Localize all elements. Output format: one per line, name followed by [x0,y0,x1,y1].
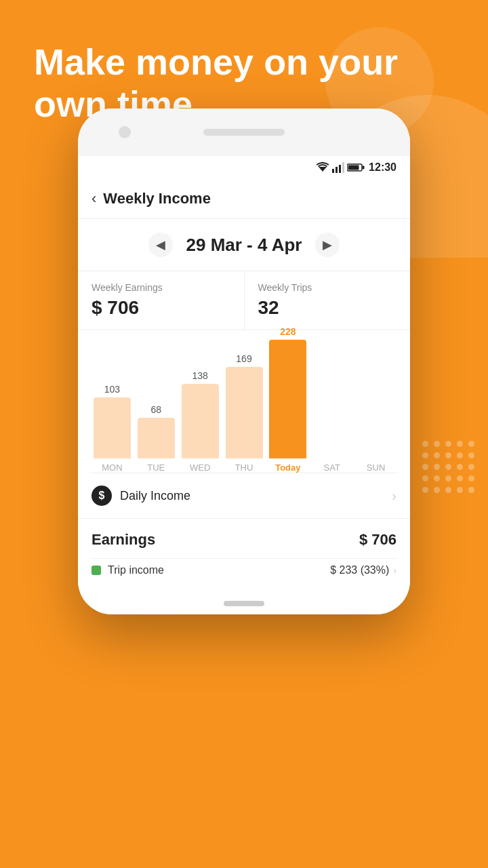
svg-marker-0 [319,167,327,172]
bar-col-mon: 103 MON [92,384,133,473]
phone-speaker [203,129,285,136]
earnings-row-left: Trip income [92,564,164,576]
svg-rect-1 [332,169,334,173]
bar-tue [138,418,175,458]
bar-chart: 103 MON 68 TUE 138 [78,337,410,473]
bar-value-mon: 103 [104,384,120,395]
prev-date-button[interactable]: ◀ [148,233,173,257]
bar-label-tue: TUE [147,462,165,473]
phone-frame: 12:30 ‹ Weekly Income ◀ 29 Mar - 4 Apr ▶ [78,108,410,614]
home-indicator [224,601,264,606]
bar-col-sun: SUN [355,337,396,473]
daily-income-label: Daily Income [120,489,190,503]
signal-icon [332,162,344,173]
earnings-row-trip[interactable]: Trip income $ 233 (33%) › [92,558,396,582]
weekly-trips-stat: Weekly Trips 32 [245,271,411,330]
bar-col-sat: SAT [311,337,352,473]
phone-camera [119,126,131,138]
phone-top-bezel [78,108,410,156]
daily-income-chevron: › [392,488,396,504]
trip-income-label: Trip income [108,564,164,576]
trip-income-dot [92,566,101,575]
phone-mockup: 12:30 ‹ Weekly Income ◀ 29 Mar - 4 Apr ▶ [0,122,488,614]
daily-income-left: $ Daily Income [92,486,190,506]
bar-value-today: 228 [280,326,296,337]
bar-label-thu: THU [235,462,253,473]
dollar-icon: $ [92,486,112,506]
status-bar: 12:30 [78,156,410,179]
date-range-label: 29 Mar - 4 Apr [186,235,302,256]
bar-value-thu: 169 [236,353,251,364]
chart-bars-container: 103 MON 68 TUE 138 [85,351,403,473]
bar-label-mon: MON [102,462,122,473]
header-bar: ‹ Weekly Income [78,179,410,219]
phone-bottom-bar [78,594,410,614]
bar-col-thu: 169 THU [224,353,265,473]
earnings-header: Earnings $ 706 [92,531,396,549]
bar-sat [313,340,350,458]
bar-col-today: 228 Today [267,326,308,473]
status-time: 12:30 [369,161,396,174]
stats-row: Weekly Earnings $ 706 Weekly Trips 32 [78,271,410,330]
app-content: ‹ Weekly Income ◀ 29 Mar - 4 Apr ▶ Weekl… [78,179,410,594]
svg-rect-4 [342,162,344,173]
bar-today [269,340,306,458]
earnings-title: Earnings [92,531,155,549]
bar-value-wed: 138 [192,370,207,381]
earnings-total: $ 706 [359,531,396,549]
svg-rect-3 [339,165,341,173]
bar-label-sat: SAT [324,462,340,473]
weekly-earnings-stat: Weekly Earnings $ 706 [78,271,245,330]
bar-col-tue: 68 TUE [136,404,177,473]
daily-income-row[interactable]: $ Daily Income › [78,473,410,519]
trip-income-value: $ 233 (33%) › [330,564,396,576]
back-button[interactable]: ‹ [92,190,96,208]
trips-label: Weekly Trips [258,282,397,293]
earnings-section: Earnings $ 706 Trip income $ 233 (33%) › [78,519,410,594]
wifi-icon [316,162,329,173]
bar-mon [94,397,131,458]
status-icons [316,162,365,173]
bar-value-tue: 68 [151,404,162,415]
next-date-button[interactable]: ▶ [315,233,340,257]
trip-income-chevron: › [393,565,396,576]
bar-thu [226,367,263,458]
battery-icon [347,163,365,172]
svg-rect-2 [336,167,338,173]
page-root: Make money on your own time [0,0,488,868]
date-navigation: ◀ 29 Mar - 4 Apr ▶ [78,219,410,264]
bar-label-wed: WED [190,462,210,473]
svg-rect-7 [363,166,365,170]
bar-label-today: Today [275,462,300,473]
bar-wed [182,384,219,458]
trips-value: 32 [258,297,397,319]
earnings-label: Weekly Earnings [92,282,230,293]
svg-rect-6 [348,165,359,170]
earnings-value: $ 706 [92,297,230,319]
bar-label-sun: SUN [367,462,385,473]
page-title: Weekly Income [103,190,211,208]
bar-sun [357,340,394,458]
bar-col-wed: 138 WED [180,370,221,473]
